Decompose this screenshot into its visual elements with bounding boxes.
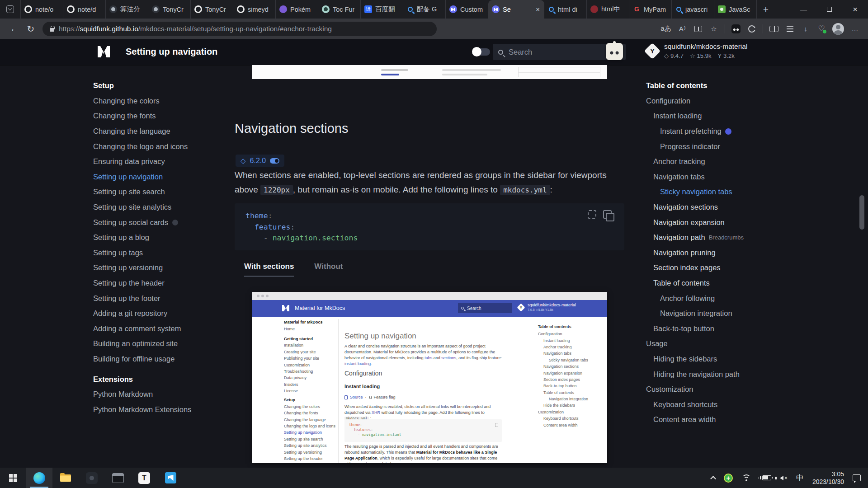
repo-link[interactable]: squidfunk/mkdocs-material ◇9.4.7 ☆15.9k … (646, 42, 747, 59)
address-bar[interactable]: https://squidfunk.github.io/mkdocs-mater… (42, 22, 437, 36)
browser-tab[interactable]: note/d (63, 0, 106, 19)
sidebar-item[interactable]: Python Markdown (93, 387, 208, 402)
maximize-button[interactable] (816, 0, 842, 19)
toc-item[interactable]: Navigation pruning (646, 245, 766, 261)
toc-item[interactable]: Usage (646, 336, 766, 352)
tab-actions-button[interactable] (0, 0, 21, 19)
sidebar-item[interactable]: Setting up tags (93, 245, 208, 261)
theme-toggle[interactable] (473, 48, 490, 56)
sidebar-item[interactable]: Setting up site search (93, 184, 208, 200)
taskbar-file-explorer-icon[interactable] (52, 468, 79, 488)
taskbar-app-icon[interactable] (79, 468, 105, 488)
favorites-star-icon[interactable]: ☆ (709, 24, 719, 34)
new-tab-button[interactable]: + (757, 0, 775, 19)
tray-notification-icon[interactable] (853, 474, 861, 481)
search-input[interactable] (509, 48, 590, 56)
toc-item[interactable]: Table of contents (646, 276, 766, 291)
browser-tab[interactable]: 百度翻 (361, 0, 403, 19)
back-button[interactable]: ← (6, 23, 23, 34)
copy-code-icon[interactable] (603, 210, 612, 219)
tab-close-icon[interactable]: × (535, 5, 541, 13)
browser-tab[interactable]: Toc Fur (318, 0, 361, 19)
toc-item[interactable]: Hiding the navigation path (646, 366, 766, 382)
toc-item[interactable]: Keyboard shortcuts (646, 397, 766, 412)
tray-clock[interactable]: 3:052023/10/30 (812, 470, 844, 486)
browser-tab[interactable]: TonyCr (191, 0, 233, 19)
sidebar-item[interactable]: Setting up the footer (93, 291, 208, 306)
sidebar-item[interactable]: Setting up site analytics (93, 200, 208, 215)
tray-battery-icon[interactable] (760, 475, 771, 480)
downloads-icon[interactable]: ↓ (801, 24, 811, 34)
profile-avatar[interactable] (832, 24, 844, 34)
browser-tab[interactable]: TonyCr (148, 0, 191, 19)
read-aloud-icon[interactable]: A (677, 24, 687, 34)
browser-tab[interactable]: MyPam (629, 0, 672, 19)
immersive-reader-icon[interactable] (693, 24, 703, 34)
tray-volume-muted-icon[interactable]: × (780, 475, 788, 481)
toc-item[interactable]: Anchor tracking (646, 154, 766, 169)
toc-item[interactable]: Navigation integration (646, 306, 766, 321)
toc-item[interactable]: Instant prefetching (646, 124, 766, 139)
tray-expand-icon[interactable] (710, 476, 716, 482)
toc-item[interactable]: Sticky navigation tabs (646, 184, 766, 200)
sidebar-item[interactable]: Changing the language (93, 124, 208, 139)
close-button[interactable]: × (842, 0, 868, 19)
toc-item[interactable]: Instant loading (646, 108, 766, 124)
sidebar-item[interactable]: Setting up versioning (93, 260, 208, 276)
settings-more-icon[interactable]: … (850, 24, 860, 34)
version-badge[interactable]: ◇ 6.2.0 (236, 155, 284, 167)
browser-tab[interactable]: note/o (21, 0, 63, 19)
sidebar-item[interactable]: Changing the logo and icons (93, 139, 208, 154)
toc-item[interactable]: Navigation pathBreadcrumbs (646, 230, 766, 245)
select-code-icon[interactable] (588, 210, 596, 219)
toc-item[interactable]: Section index pages (646, 260, 766, 276)
toc-item[interactable]: Navigation sections (646, 200, 766, 215)
page-scrollbar-thumb[interactable] (859, 195, 864, 230)
split-screen-icon[interactable] (769, 24, 779, 34)
taskbar-typora-icon[interactable]: T (131, 468, 157, 488)
content-tab-with-sections[interactable]: With sections (244, 262, 294, 277)
browser-tab[interactable]: html中 (587, 0, 629, 19)
extensions-puzzle-icon[interactable] (747, 24, 757, 34)
toc-item[interactable]: Hiding the sidebars (646, 352, 766, 367)
browser-tab[interactable]: Custom (446, 0, 488, 19)
collections-icon[interactable] (785, 24, 795, 34)
tray-antivirus-icon[interactable]: + (724, 474, 733, 483)
browser-tab[interactable]: javascri (672, 0, 714, 19)
toc-item[interactable]: Navigation tabs (646, 169, 766, 185)
sidebar-item[interactable]: Python Markdown Extensions (93, 402, 208, 417)
sidebar-item[interactable]: Changing the colors (93, 94, 208, 109)
browser-tab[interactable]: 配备 G (403, 0, 446, 19)
minimize-button[interactable]: — (791, 0, 816, 19)
toc-item[interactable]: Back-to-top button (646, 321, 766, 337)
tray-wifi-icon[interactable] (741, 474, 751, 482)
browser-tab[interactable]: simeyd (233, 0, 276, 19)
content-tab-without[interactable]: Without (314, 262, 343, 277)
toolbar-divider[interactable] (725, 24, 725, 33)
sidebar-item[interactable]: Ensuring data privacy (93, 154, 208, 169)
toc-item[interactable]: Progress indicator (646, 139, 766, 154)
taskbar-edge-icon[interactable] (26, 468, 52, 488)
sidebar-item[interactable]: Setting up a blog (93, 230, 208, 245)
sidebar-item[interactable]: Changing the fonts (93, 108, 208, 124)
browser-essentials-icon[interactable]: ♡ (816, 24, 826, 34)
extension-robot-icon[interactable] (731, 24, 741, 34)
browser-tab[interactable]: 算法分 (106, 0, 148, 19)
taskbar-terminal-icon[interactable] (105, 468, 131, 488)
toc-item[interactable]: Navigation expansion (646, 215, 766, 230)
browser-tab[interactable]: JavaSc (714, 0, 757, 19)
refresh-button[interactable]: ↻ (23, 23, 39, 34)
sidebar-item[interactable]: Building for offline usage (93, 352, 208, 367)
taskbar-vscode-icon[interactable] (157, 468, 184, 488)
browser-tab[interactable]: Pokém (276, 0, 318, 19)
translate-icon[interactable]: aあ (660, 24, 671, 34)
toc-item[interactable]: Content area width (646, 412, 766, 427)
tray-ime-indicator[interactable]: 中 (796, 473, 804, 483)
start-button[interactable] (0, 468, 26, 488)
toc-item[interactable]: Anchor following (646, 291, 766, 306)
sidebar-item[interactable]: Adding a git repository (93, 306, 208, 321)
immersive-translate-float-icon[interactable] (606, 43, 623, 60)
browser-tab[interactable]: html di (544, 0, 587, 19)
sidebar-item[interactable]: Building an optimized site (93, 336, 208, 352)
sidebar-item[interactable]: Setting up social cards (93, 215, 208, 230)
